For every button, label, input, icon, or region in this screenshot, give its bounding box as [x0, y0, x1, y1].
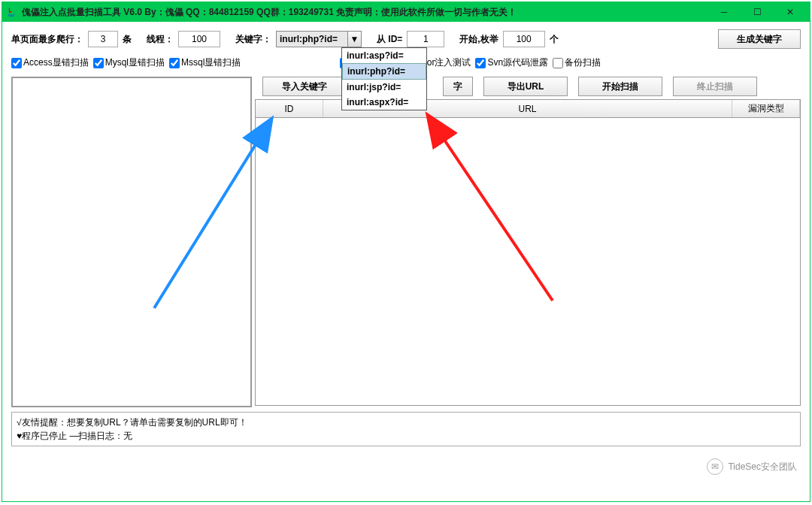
from-id-input[interactable] — [407, 31, 444, 47]
keyword-selected: inurl:php?id= — [280, 34, 338, 44]
mssql-check-input[interactable] — [169, 58, 180, 68]
close-button[interactable]: ✕ — [774, 3, 807, 21]
import-keyword-button[interactable]: 导入关键字 — [262, 77, 347, 96]
svn-check-input[interactable] — [475, 58, 486, 68]
export-url-button[interactable]: 导出URL — [483, 77, 568, 96]
titlebar: 傀儡注入点批量扫描工具 V6.0 By：傀儡 QQ：844812159 QQ群：… — [2, 2, 810, 22]
keyword-dropdown[interactable]: inurl:php?id= ▼ — [276, 31, 362, 47]
status-footer: √友情提醒：想要复制URL？请单击需要复制的URL即可！ ♥程序已停止 —扫描日… — [11, 412, 801, 446]
table-header: ID URL 漏洞类型 — [256, 100, 800, 118]
right-panel: 导入关键字 字 导出URL 开始扫描 终止扫描 ID URL 漏洞类型 — [255, 77, 801, 407]
keyword-dropdown-list[interactable]: inurl:asp?id= inurl:php?id= inurl:jsp?id… — [341, 47, 427, 110]
start-enum-label: 开始,枚举 — [459, 33, 498, 46]
dropdown-option-aspx[interactable]: inurl:aspx?id= — [342, 95, 426, 110]
partial-button[interactable]: 字 — [443, 77, 473, 96]
maximize-button[interactable]: ☐ — [741, 3, 774, 21]
enum-count-input[interactable] — [503, 31, 545, 47]
watermark: ✉ TideSec安全团队 — [707, 458, 797, 475]
body-area: 导入关键字 字 导出URL 开始扫描 终止扫描 ID URL 漏洞类型 — [11, 77, 801, 407]
max-crawl-label: 单页面最多爬行： — [11, 33, 83, 46]
access-check-input[interactable] — [11, 58, 22, 68]
wechat-icon: ✉ — [707, 458, 723, 475]
footer-tip: √友情提醒：想要复制URL？请单击需要复制的URL即可！ — [17, 416, 795, 429]
left-list-panel[interactable] — [11, 77, 252, 407]
from-id-label: 从 ID= — [377, 33, 402, 46]
keyword-label: 关键字： — [235, 33, 271, 46]
mysql-checkbox[interactable]: Mysql显错扫描 — [93, 56, 165, 69]
dropdown-option-jsp[interactable]: inurl:jsp?id= — [342, 80, 426, 95]
svn-checkbox[interactable]: Svn源代码泄露 — [475, 56, 548, 69]
stop-scan-button[interactable]: 终止扫描 — [673, 77, 757, 96]
generate-keyword-button[interactable]: 生成关键字 — [718, 29, 801, 49]
mssql-checkbox[interactable]: Mssql显错扫描 — [169, 56, 241, 69]
col-type-header[interactable]: 漏洞类型 — [732, 100, 800, 117]
backup-checkbox[interactable]: 备份扫描 — [553, 56, 601, 69]
access-checkbox[interactable]: Access显错扫描 — [11, 56, 89, 69]
footer-status: ♥程序已停止 —扫描日志：无 — [17, 429, 795, 443]
results-table[interactable]: ID URL 漏洞类型 — [255, 99, 801, 406]
window-title: 傀儡注入点批量扫描工具 V6.0 By：傀儡 QQ：844812159 QQ群：… — [22, 6, 707, 19]
threads-label: 线程： — [147, 33, 174, 46]
ge-label: 个 — [550, 33, 559, 46]
max-crawl-input[interactable] — [88, 31, 118, 47]
start-scan-button[interactable]: 开始扫描 — [578, 77, 662, 96]
minimize-button[interactable]: ─ — [707, 3, 741, 21]
java-icon — [5, 6, 17, 18]
threads-input[interactable] — [178, 31, 220, 47]
dropdown-option-php[interactable]: inurl:php?id= — [342, 63, 426, 80]
dropdown-option-asp[interactable]: inurl:asp?id= — [342, 48, 426, 63]
chevron-down-icon[interactable]: ▼ — [347, 32, 361, 47]
settings-row-1: 单页面最多爬行： 条 线程： 关键字： inurl:php?id= ▼ 从 ID… — [11, 29, 801, 49]
watermark-text: TideSec安全团队 — [728, 461, 797, 473]
window-controls: ─ ☐ ✕ — [707, 3, 807, 21]
tiao-label: 条 — [123, 33, 132, 46]
action-toolbar: 导入关键字 字 导出URL 开始扫描 终止扫描 — [255, 77, 801, 96]
app-window: 傀儡注入点批量扫描工具 V6.0 By：傀儡 QQ：844812159 QQ群：… — [2, 2, 810, 502]
mysql-check-input[interactable] — [93, 58, 104, 68]
backup-check-input[interactable] — [553, 58, 563, 68]
col-id-header[interactable]: ID — [256, 100, 323, 117]
